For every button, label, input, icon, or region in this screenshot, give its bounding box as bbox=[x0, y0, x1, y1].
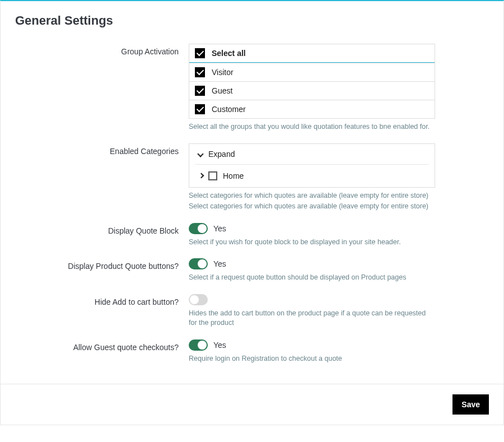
visitor-label: Visitor bbox=[212, 68, 234, 77]
allow-guest-checkout-value: Yes bbox=[213, 341, 226, 350]
allow-guest-checkout-help: Require login on Registration to checkou… bbox=[189, 354, 435, 364]
allow-guest-checkout-label: Allow Guest quote checkouts? bbox=[15, 339, 189, 352]
category-tree-box: Expand Home bbox=[189, 143, 435, 188]
group-activation-help: Select all the groups that you would lik… bbox=[189, 122, 435, 132]
save-button[interactable]: Save bbox=[452, 394, 489, 415]
display-product-quote-buttons-help: Select if a request quote button should … bbox=[189, 273, 435, 283]
hide-add-to-cart-toggle[interactable] bbox=[189, 294, 208, 305]
guest-checkbox[interactable] bbox=[195, 86, 205, 96]
allow-guest-checkout-toggle[interactable] bbox=[189, 339, 208, 351]
group-activation-box: Select all Visitor Guest Customer bbox=[189, 44, 435, 119]
display-quote-block-toggle[interactable] bbox=[189, 223, 208, 234]
enabled-categories-help-1: Select categories for which quotes are a… bbox=[189, 191, 435, 201]
select-all-label: Select all bbox=[212, 49, 246, 58]
category-home-label: Home bbox=[223, 171, 244, 180]
select-all-checkbox[interactable] bbox=[195, 48, 205, 58]
enabled-categories-help-2: Select categories for which quotes are a… bbox=[189, 202, 435, 212]
display-quote-block-help: Select if you wish for quote block to be… bbox=[189, 238, 435, 248]
enabled-categories-label: Enabled Categories bbox=[15, 143, 189, 156]
hide-add-to-cart-label: Hide Add to cart button? bbox=[15, 294, 189, 306]
chevron-down-icon bbox=[197, 151, 204, 157]
display-quote-block-label: Display Quote Block bbox=[15, 223, 189, 235]
page-title: General Settings bbox=[15, 13, 489, 28]
display-product-quote-buttons-label: Display Product Quote buttons? bbox=[15, 258, 189, 271]
expand-label: Expand bbox=[208, 150, 235, 159]
category-home-checkbox[interactable] bbox=[208, 171, 217, 180]
chevron-right-icon[interactable] bbox=[197, 172, 205, 180]
guest-label: Guest bbox=[212, 86, 232, 95]
customer-checkbox[interactable] bbox=[195, 104, 205, 114]
category-expand-toggle[interactable]: Expand bbox=[195, 147, 429, 165]
display-product-quote-buttons-value: Yes bbox=[213, 259, 226, 268]
group-activation-label: Group Activation bbox=[15, 44, 189, 56]
customer-label: Customer bbox=[212, 105, 246, 114]
display-product-quote-buttons-toggle[interactable] bbox=[189, 258, 208, 269]
visitor-checkbox[interactable] bbox=[195, 67, 205, 77]
display-quote-block-value: Yes bbox=[213, 224, 226, 233]
hide-add-to-cart-help: Hides the add to cart button on the prod… bbox=[189, 309, 435, 328]
